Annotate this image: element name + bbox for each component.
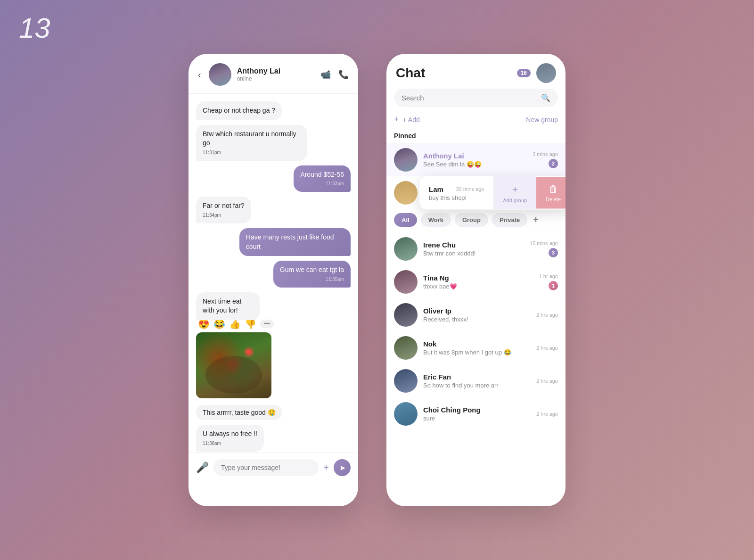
message-5: Have many rests just like food court [239, 228, 351, 256]
contact-info: Anthony Lai online [237, 67, 315, 82]
pinned-item-yoko-container: Yoko Lam I want buy this sho... 30 mins … [386, 176, 566, 209]
filter-tabs: All Work Group Private + [386, 209, 566, 232]
video-call-icon[interactable]: 📹 [320, 69, 331, 80]
chat-item-oliver[interactable]: Oliver Ip Received, thxxx! 2 hrs ago [386, 298, 566, 331]
voice-call-icon[interactable]: 📞 [338, 69, 349, 80]
header-actions: 📹 📞 [320, 69, 349, 80]
message-3: Around $52-56 11:33pm [294, 165, 351, 192]
choi-avatar [394, 402, 418, 426]
swipe-popup-time: 30 mins ago [456, 186, 484, 192]
message-9: U always no free !! 11:38am [196, 425, 264, 452]
anthony-unread: 2 [549, 159, 558, 168]
choi-meta: 2 hrs ago [536, 411, 558, 417]
anthony-meta: 2 mins ago 2 [533, 151, 558, 168]
irene-info: Irene Chu Btw tmr con xdddd! [423, 241, 524, 257]
irene-name: Irene Chu [423, 241, 524, 249]
tina-unread: 1 [549, 281, 558, 290]
tab-private[interactable]: Private [492, 213, 527, 227]
oliver-info: Oliver Ip Received, thxxx! [423, 307, 531, 323]
user-avatar[interactable] [536, 63, 556, 83]
anthony-name: Anthony Lai [423, 152, 527, 160]
pinned-section-label: Pinned [386, 130, 566, 143]
contact-avatar [209, 63, 231, 86]
search-input[interactable] [402, 94, 537, 102]
eric-time: 2 hrs ago [536, 378, 558, 384]
eric-avatar [394, 369, 418, 393]
new-group-button[interactable]: New group [526, 116, 558, 124]
swipe-popup-name: Lam [429, 185, 443, 193]
nok-name: Nok [423, 340, 531, 348]
nok-avatar [394, 336, 418, 360]
tab-all[interactable]: All [394, 213, 417, 227]
nok-time: 2 hrs ago [536, 345, 558, 351]
choi-name: Choi Ching Pong [423, 406, 531, 414]
chat-item-nok[interactable]: Nok But it was 8pm when I got up 😂 2 hrs… [386, 331, 566, 364]
plate-overlay [205, 356, 262, 394]
irene-meta: 15 mins ago 3 [530, 240, 558, 257]
message-7-group: Next time eat with you lor! 😍 😂 👍 👎 ••• [196, 292, 285, 398]
send-button[interactable]: ➤ [334, 459, 351, 476]
message-6: Gum we can eat tgt la 11:35am [273, 261, 351, 288]
action-row: + + Add New group [386, 113, 566, 130]
list-title: Chat [396, 66, 513, 81]
nok-meta: 2 hrs ago [536, 345, 558, 351]
tina-meta: 1 hr ago 1 [539, 273, 558, 290]
swipe-popup-info: Lam 30 mins ago buy this shop! [419, 178, 493, 207]
chat-phone: ‹ Anthony Lai online 📹 📞 Cheap or not ch… [188, 54, 358, 506]
pinned-item-anthony[interactable]: Anthony Lai See See dim la 😜😜 2 mins ago… [386, 143, 566, 176]
yoko-avatar [394, 181, 418, 205]
anthony-info: Anthony Lai See See dim la 😜😜 [423, 152, 527, 168]
search-bar: 🔍 [394, 89, 558, 107]
irene-preview: Btw tmr con xdddd! [423, 250, 524, 257]
contact-status: online [237, 75, 315, 82]
swipe-popup-header: Lam 30 mins ago [429, 185, 484, 193]
message-input[interactable] [213, 459, 319, 476]
choi-time: 2 hrs ago [536, 411, 558, 417]
delete-icon: 🗑 [549, 184, 558, 195]
swipe-popup-preview: buy this shop! [429, 194, 484, 201]
chat-item-irene[interactable]: Irene Chu Btw tmr con xdddd! 15 mins ago… [386, 232, 566, 265]
oliver-preview: Received, thxxx! [423, 316, 531, 323]
tab-work[interactable]: Work [421, 213, 451, 227]
input-bar: 🎤 + ➤ [188, 452, 358, 483]
oliver-avatar [394, 303, 418, 327]
reaction-more-btn[interactable]: ••• [260, 320, 274, 328]
message-2: Btw which restaurant u normally go 11:31… [196, 125, 307, 161]
add-group-action[interactable]: ＋ Add group [493, 176, 536, 210]
tina-info: Tina Ng thxxx bae💗 [423, 274, 533, 290]
search-icon: 🔍 [541, 93, 550, 102]
tina-avatar [394, 270, 418, 294]
choi-preview: sure [423, 415, 531, 422]
mic-icon[interactable]: 🎤 [196, 461, 209, 474]
chat-item-eric[interactable]: Eric Fan So how to find you more arr 2 h… [386, 364, 566, 397]
eric-info: Eric Fan So how to find you more arr [423, 373, 531, 389]
swipe-action-popup: Lam 30 mins ago buy this shop! ＋ Add gro… [419, 176, 566, 210]
chat-item-choi[interactable]: Choi Ching Pong sure 2 hrs ago [386, 397, 566, 430]
add-group-icon: ＋ [510, 183, 520, 196]
add-button[interactable]: + Add [403, 116, 420, 124]
oliver-name: Oliver Ip [423, 307, 531, 315]
delete-label: Delete [546, 197, 561, 202]
chat-list: Irene Chu Btw tmr con xdddd! 15 mins ago… [386, 232, 566, 506]
back-button[interactable]: ‹ [198, 69, 201, 80]
list-title-group: Chat 16 [396, 66, 531, 81]
page-number: 13 [19, 14, 50, 42]
messages-area: Cheap or not cheap ga ? Btw which restau… [188, 94, 358, 452]
choi-info: Choi Ching Pong sure [423, 406, 531, 422]
message-1: Cheap or not cheap ga ? [196, 101, 282, 120]
message-7: Next time eat with you lor! [196, 292, 260, 320]
attachment-icon[interactable]: + [323, 462, 329, 473]
anthony-time: 2 mins ago [533, 151, 558, 157]
tab-group[interactable]: Group [455, 213, 488, 227]
anthony-avatar [394, 148, 418, 172]
message-4: Far or not far? 11:34pm [196, 197, 251, 223]
anthony-preview: See See dim la 😜😜 [423, 161, 527, 168]
food-image [196, 332, 271, 398]
add-filter-button[interactable]: + [531, 214, 541, 225]
tina-time: 1 hr ago [539, 273, 558, 279]
chat-item-tina[interactable]: Tina Ng thxxx bae💗 1 hr ago 1 [386, 265, 566, 298]
tina-name: Tina Ng [423, 274, 533, 282]
delete-action[interactable]: 🗑 Delete [536, 177, 566, 209]
nok-preview: But it was 8pm when I got up 😂 [423, 349, 531, 356]
eric-meta: 2 hrs ago [536, 378, 558, 384]
